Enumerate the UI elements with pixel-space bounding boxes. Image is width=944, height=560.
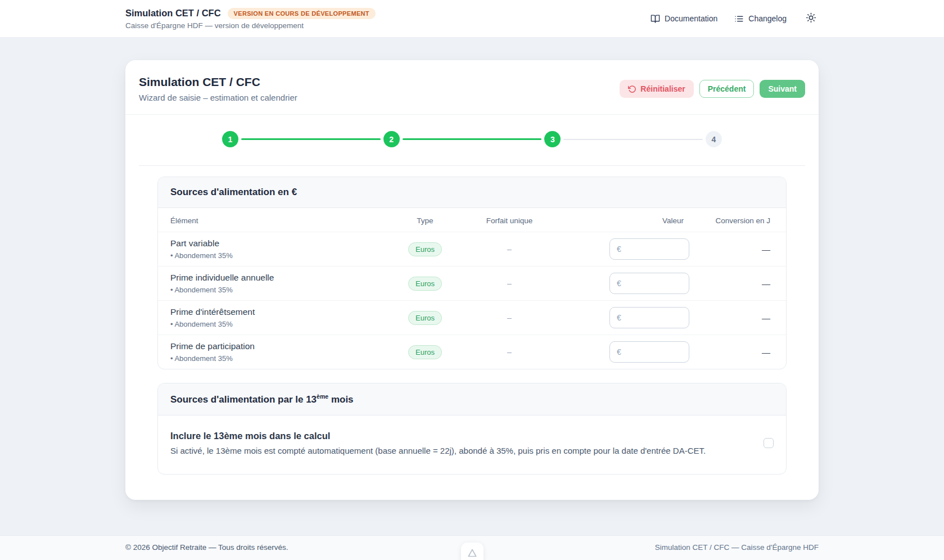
column-header-valeur: Valeur <box>560 216 689 225</box>
step-connector <box>563 139 703 140</box>
conversion-value: — <box>689 245 774 254</box>
nav-documentation[interactable]: Documentation <box>651 14 717 24</box>
step-circle-4: 4 <box>706 131 722 147</box>
thirteenth-month-panel-title: Sources d'alimentation par le 13ème mois <box>170 393 774 405</box>
stepper: 1234 <box>125 115 819 147</box>
nav-changelog-label: Changelog <box>748 14 787 23</box>
step-connector <box>241 138 381 140</box>
footer: © 2026 Objectif Retraite — Tous droits r… <box>0 535 944 560</box>
nav-documentation-label: Documentation <box>665 14 717 23</box>
step-circle-1: 1 <box>222 131 238 147</box>
table-row: Prime de participation • Abondement 35% … <box>158 335 786 369</box>
row-sublabel: • Abondement 35% <box>170 354 391 363</box>
row-label: Prime individuelle annuelle <box>170 273 391 283</box>
forfait-value: – <box>459 313 560 322</box>
value-input[interactable] <box>609 341 689 363</box>
row-sublabel: • Abondement 35% <box>170 251 391 260</box>
row-label: Prime de participation <box>170 341 391 351</box>
row-sublabel: • Abondement 35% <box>170 286 391 294</box>
type-badge: Euros <box>408 311 442 325</box>
include-13th-month-checkbox[interactable] <box>764 438 774 448</box>
include-13th-month-label: Inclure le 13ème mois dans le calcul <box>170 431 706 441</box>
footer-app-name: Simulation CET / CFC — Caisse d'Épargne … <box>655 543 819 552</box>
triangle-logo-icon <box>468 549 477 559</box>
page-title: Simulation CET / CFC <box>139 75 297 89</box>
value-input[interactable] <box>609 273 689 294</box>
thirteenth-month-panel: Sources d'alimentation par le 13ème mois… <box>157 383 787 475</box>
book-open-icon <box>651 14 660 24</box>
sources-panel-title: Sources d'alimentation en € <box>170 187 774 198</box>
table-row: Part variable • Abondement 35% Euros – — <box>158 232 786 266</box>
page-subtitle: Wizard de saisie – estimation et calendr… <box>139 93 297 102</box>
nav-changelog[interactable]: Changelog <box>734 14 787 24</box>
forfait-value: – <box>459 279 560 288</box>
sources-panel: Sources d'alimentation en € Élément Type… <box>157 177 787 369</box>
row-sublabel: • Abondement 35% <box>170 320 391 328</box>
row-label: Part variable <box>170 238 391 249</box>
sun-icon <box>806 12 816 25</box>
row-label: Prime d'intérêtsement <box>170 307 391 317</box>
reset-button[interactable]: Réinitialiser <box>620 80 693 98</box>
topbar: Simulation CET / CFC VERSION EN COURS DE… <box>0 0 944 38</box>
type-badge: Euros <box>408 345 442 359</box>
divider <box>139 165 805 166</box>
app-title: Simulation CET / CFC <box>125 8 221 19</box>
footer-copyright: © 2026 Objectif Retraite — Tous droits r… <box>125 543 288 552</box>
next-button[interactable]: Suivant <box>760 80 805 98</box>
wizard-card: Simulation CET / CFC Wizard de saisie – … <box>125 60 819 500</box>
app-identity: Simulation CET / CFC VERSION EN COURS DE… <box>125 8 376 30</box>
table-body: Part variable • Abondement 35% Euros – —… <box>158 232 786 369</box>
forfait-value: – <box>459 245 560 254</box>
column-header-forfait: Forfait unique <box>459 216 560 225</box>
value-input[interactable] <box>609 238 689 260</box>
reset-button-label: Réinitialiser <box>640 84 685 93</box>
step-circle-2: 2 <box>383 131 400 147</box>
value-input[interactable] <box>609 307 689 328</box>
conversion-value: — <box>689 347 774 357</box>
rotate-ccw-icon <box>628 85 636 93</box>
column-header-element: Élément <box>170 216 391 225</box>
app-subtitle: Caisse d'Épargne HDF — version de dévelo… <box>125 21 376 30</box>
table-header-row: Élément Type Forfait unique Valeur Conve… <box>158 208 786 232</box>
conversion-value: — <box>689 313 774 323</box>
version-badge: VERSION EN COURS DE DÉVELOPPEMENT <box>228 8 376 19</box>
column-header-type: Type <box>391 216 459 225</box>
theme-toggle-button[interactable] <box>803 10 819 27</box>
table-row: Prime d'intérêtsement • Abondement 35% E… <box>158 300 786 335</box>
conversion-value: — <box>689 279 774 288</box>
column-header-conversion: Conversion en J <box>689 216 774 225</box>
step-connector <box>403 138 542 140</box>
list-icon <box>734 14 744 24</box>
type-badge: Euros <box>408 242 442 256</box>
footer-logo <box>461 543 484 560</box>
previous-button[interactable]: Précédent <box>699 80 755 98</box>
step-circle-3: 3 <box>544 131 561 147</box>
table-row: Prime individuelle annuelle • Abondement… <box>158 266 786 300</box>
forfait-value: – <box>459 347 560 356</box>
include-13th-month-description: Si activé, le 13ème mois est compté auto… <box>170 446 706 455</box>
type-badge: Euros <box>408 277 442 291</box>
